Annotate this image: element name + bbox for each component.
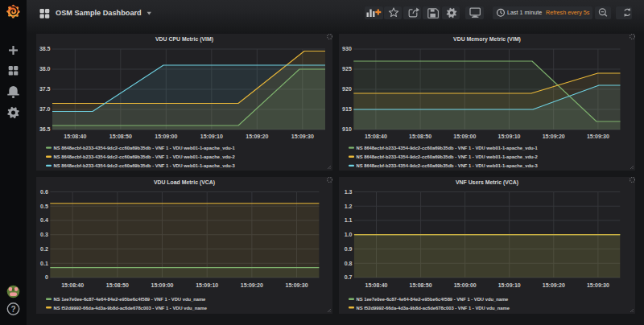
svg-text:1.0: 1.0	[345, 232, 353, 237]
svg-text:15:09:30: 15:09:30	[587, 134, 609, 139]
svg-text:15:08:40: 15:08:40	[365, 134, 387, 139]
svg-text:NS 8648ecbf-b233-4354-9dc2-cc6: NS 8648ecbf-b233-4354-9dc2-cc60a69b35db …	[54, 146, 236, 150]
svg-text:38.0: 38.0	[39, 66, 51, 72]
svg-text:NS 8648ecbf-b233-4354-9dc2-cc6: NS 8648ecbf-b233-4354-9dc2-cc60a69b35db …	[54, 154, 235, 159]
svg-text:38.5: 38.5	[39, 46, 51, 51]
svg-text:?: ?	[10, 305, 15, 314]
svg-text:NS 8648ecbf-b233-4354-9dc2-cc6: NS 8648ecbf-b233-4354-9dc2-cc60a69b35db …	[54, 163, 236, 168]
svg-text:NS 8648ecbf-b233-4354-9dc2-cc6: NS 8648ecbf-b233-4354-9dc2-cc60a69b35db …	[357, 154, 538, 159]
svg-text:15:08:50: 15:08:50	[409, 134, 431, 139]
svg-text:920: 920	[342, 86, 352, 92]
svg-text:NS 8648ecbf-b233-4354-9dc2-cc6: NS 8648ecbf-b233-4354-9dc2-cc60a69b35db …	[357, 163, 539, 168]
svg-text:37.5: 37.5	[39, 86, 51, 92]
svg-text:925: 925	[342, 66, 352, 72]
svg-text:NS 8648ecbf-b233-4354-9dc2-cc6: NS 8648ecbf-b233-4354-9dc2-cc60a69b35db …	[357, 146, 539, 150]
svg-text:NS f52d9992-66da-4d3a-9b8d-ac6: NS f52d9992-66da-4d3a-9b8d-ac6de678c003 …	[54, 306, 208, 311]
svg-text:15:09:00: 15:09:00	[453, 134, 476, 139]
svg-text:1.2: 1.2	[345, 204, 353, 209]
svg-text:0: 0	[45, 274, 48, 280]
svg-text:37.0: 37.0	[39, 106, 51, 112]
svg-text:15:09:10: 15:09:10	[200, 134, 223, 139]
svg-text:15:09:10: 15:09:10	[498, 282, 521, 288]
svg-text:0.5: 0.5	[40, 204, 48, 209]
svg-text:15:08:50: 15:08:50	[109, 134, 132, 139]
svg-text:15:08:40: 15:08:40	[64, 134, 86, 139]
svg-text:15:09:10: 15:09:10	[196, 282, 218, 288]
svg-text:15:08:40: 15:08:40	[61, 282, 84, 288]
svg-text:NS 1ee7e0ee-6c87-4e64-84e2-e95: NS 1ee7e0ee-6c87-4e64-84e2-e95be6c4f589 …	[54, 297, 207, 302]
svg-text:15:09:20: 15:09:20	[543, 134, 565, 139]
svg-text:15:09:10: 15:09:10	[497, 134, 520, 139]
svg-text:15:09:00: 15:09:00	[155, 134, 177, 139]
svg-text:0.4: 0.4	[40, 217, 48, 223]
svg-text:915: 915	[342, 106, 352, 112]
svg-text:36.5: 36.5	[39, 126, 51, 132]
svg-text:15:09:20: 15:09:20	[246, 134, 268, 139]
svg-text:NS 1ee7e0ee-6c87-4e64-84e2-e95: NS 1ee7e0ee-6c87-4e64-84e2-e95be6c4f589 …	[357, 297, 510, 302]
svg-text:15:09:30: 15:09:30	[286, 282, 308, 288]
svg-text:1.1: 1.1	[345, 217, 353, 223]
svg-text:0.9: 0.9	[345, 246, 353, 252]
svg-text:15:09:30: 15:09:30	[587, 282, 609, 288]
svg-text:15:08:50: 15:08:50	[106, 282, 129, 288]
svg-text:15:09:30: 15:09:30	[291, 134, 314, 139]
svg-text:15:09:00: 15:09:00	[454, 282, 477, 288]
svg-text:0.2: 0.2	[40, 246, 48, 252]
svg-text:15:08:50: 15:08:50	[410, 282, 432, 288]
svg-text:930: 930	[342, 46, 352, 51]
svg-text:15:09:20: 15:09:20	[543, 282, 565, 288]
svg-text:15:08:40: 15:08:40	[365, 282, 387, 288]
svg-text:0.3: 0.3	[40, 232, 48, 237]
svg-text:15:09:20: 15:09:20	[241, 282, 263, 288]
svg-text:0.8: 0.8	[345, 261, 353, 266]
svg-text:910: 910	[342, 126, 352, 132]
svg-text:15:09:00: 15:09:00	[151, 282, 173, 288]
svg-text:0.6: 0.6	[40, 189, 48, 195]
svg-text:0.7: 0.7	[345, 274, 353, 280]
svg-text:0.1: 0.1	[40, 261, 48, 266]
svg-text:1.3: 1.3	[345, 189, 353, 195]
svg-text:NS f52d9992-66da-4d3a-9b8d-ac6: NS f52d9992-66da-4d3a-9b8d-ac6de678c003 …	[357, 306, 510, 311]
